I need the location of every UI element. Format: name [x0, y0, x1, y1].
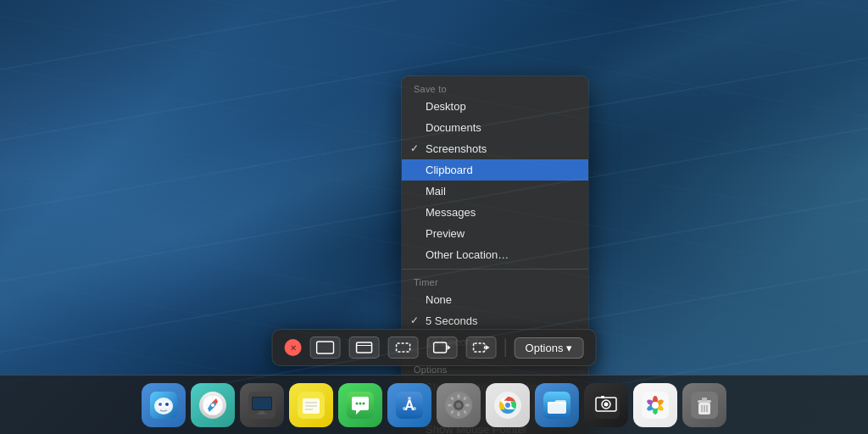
menu-item-timer-10sec[interactable]: 10 Seconds — [402, 331, 588, 353]
menu-item-desktop[interactable]: Desktop — [402, 96, 588, 117]
dock-icon-photos[interactable] — [633, 383, 677, 427]
svg-rect-1 — [357, 342, 372, 353]
svg-point-39 — [413, 407, 416, 410]
menu-item-preview[interactable]: Preview — [402, 223, 588, 244]
options-dropdown-button[interactable]: Options ▾ — [515, 337, 584, 359]
svg-point-54 — [505, 403, 510, 408]
svg-rect-23 — [253, 398, 271, 409]
options-label: Options — [526, 342, 564, 354]
dock-icon-safari[interactable] — [191, 383, 235, 427]
dock-icon-finder[interactable] — [142, 383, 186, 427]
fullscreen-capture-button[interactable] — [310, 337, 341, 359]
dock-icon-screenshot[interactable] — [584, 383, 628, 427]
selection-record-button[interactable] — [466, 337, 497, 359]
menu-item-screenshots[interactable]: Screenshots — [402, 138, 588, 159]
svg-text:A: A — [404, 398, 415, 413]
svg-marker-5 — [448, 345, 451, 350]
dock-icon-monitor[interactable] — [240, 383, 284, 427]
menu-item-documents[interactable]: Documents — [402, 117, 588, 138]
options-section-label: Options — [402, 360, 588, 376]
dock-icon-preferences[interactable] — [437, 383, 481, 427]
selection-capture-button[interactable] — [388, 337, 419, 359]
screen-record-button[interactable] — [427, 337, 458, 359]
dock-icon-messages[interactable] — [338, 383, 382, 427]
screenshot-toolbar: ✕ — [272, 329, 597, 366]
dock: A — [0, 375, 868, 434]
menu-item-clipboard[interactable]: Clipboard — [402, 159, 588, 181]
svg-rect-6 — [474, 343, 485, 352]
svg-rect-56 — [548, 402, 566, 414]
window-capture-button[interactable] — [349, 337, 380, 359]
timer-label: Timer — [402, 273, 588, 289]
svg-point-33 — [359, 402, 362, 404]
dock-icon-notes[interactable] — [289, 383, 333, 427]
svg-rect-3 — [397, 343, 410, 352]
svg-rect-73 — [702, 398, 707, 401]
chevron-down-icon: ▾ — [566, 342, 572, 354]
toolbar-separator — [505, 338, 506, 357]
menu-item-messages[interactable]: Messages — [402, 202, 588, 223]
menu-item-timer-none[interactable]: None — [402, 289, 588, 310]
svg-point-12 — [159, 403, 162, 406]
menu-item-mail[interactable]: Mail — [402, 181, 588, 202]
desktop: Save to Desktop Documents Screenshots Cl… — [0, 0, 868, 434]
menu-section-timer: Timer None 5 Seconds 10 Seconds — [402, 269, 588, 356]
menu-item-timer-5sec[interactable]: 5 Seconds — [402, 310, 588, 331]
svg-point-13 — [165, 403, 169, 406]
menu-item-other[interactable]: Other Location… — [402, 244, 588, 265]
svg-rect-45 — [448, 403, 452, 406]
dock-icon-chrome[interactable] — [486, 383, 530, 427]
svg-rect-44 — [458, 412, 460, 416]
svg-point-37 — [408, 397, 411, 400]
svg-point-34 — [363, 402, 365, 404]
svg-rect-25 — [257, 413, 267, 415]
svg-point-42 — [456, 403, 461, 408]
dock-icon-appstore[interactable]: A — [387, 383, 431, 427]
svg-rect-0 — [317, 342, 334, 353]
menu-section-save: Save to Desktop Documents Screenshots Cl… — [402, 76, 588, 269]
svg-point-20 — [211, 403, 214, 407]
svg-point-69 — [652, 402, 659, 409]
dock-icon-files[interactable] — [535, 383, 579, 427]
svg-rect-43 — [458, 394, 460, 398]
dock-icon-trash[interactable] — [682, 383, 726, 427]
svg-point-32 — [356, 402, 359, 404]
context-menu: Save to Desktop Documents Screenshots Cl… — [402, 76, 588, 434]
svg-rect-61 — [601, 396, 604, 398]
save-to-label: Save to — [402, 80, 588, 96]
svg-rect-46 — [465, 403, 470, 406]
close-button[interactable]: ✕ — [285, 339, 302, 356]
svg-marker-7 — [486, 345, 490, 350]
svg-point-60 — [604, 402, 609, 406]
svg-rect-4 — [434, 342, 447, 353]
svg-point-38 — [403, 407, 406, 410]
svg-point-9 — [154, 398, 173, 415]
